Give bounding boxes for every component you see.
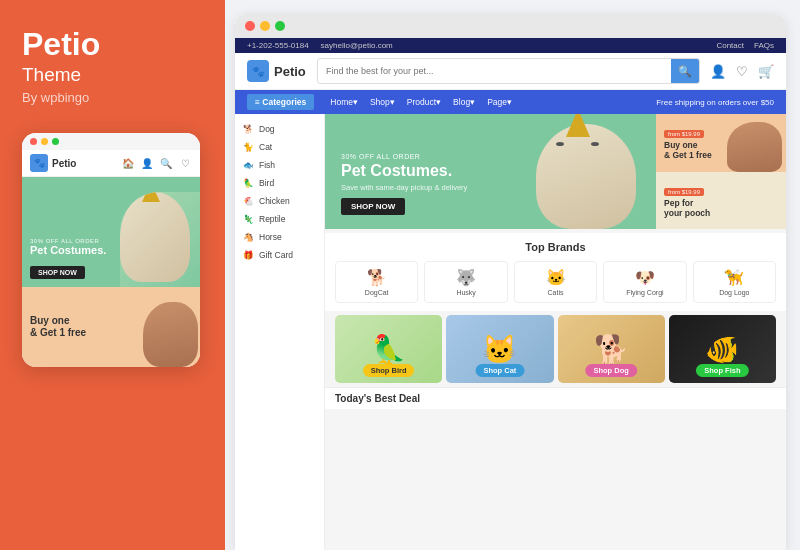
sidebar-label-gift: Gift Card — [259, 250, 293, 260]
mobile-dot-red — [30, 138, 37, 145]
sidebar-label-cat: Cat — [259, 142, 272, 152]
brand-by: By wpbingo — [22, 90, 203, 105]
hero-shop-button[interactable]: SHOP NOW — [341, 198, 405, 215]
mobile-user-icon[interactable]: 👤 — [140, 156, 154, 170]
shop-fish-button[interactable]: Shop Fish — [696, 364, 748, 377]
shop-tile-cat[interactable]: 🐱 Shop Cat — [446, 315, 553, 383]
nav-blog[interactable]: Blog▾ — [453, 97, 475, 107]
category-nav-bar: ≡ Categories Home▾ Shop▾ Product▾ Blog▾ … — [235, 90, 786, 114]
mobile-orange-text: Buy one & Get 1 free — [30, 315, 86, 339]
sidebar-item-dog[interactable]: 🐕 Dog — [235, 120, 324, 138]
mobile-dot-yellow — [41, 138, 48, 145]
brand-subtitle: Theme — [22, 64, 203, 86]
search-button[interactable]: 🔍 — [671, 59, 699, 83]
side-banner-bottom-title2: your pooch — [664, 208, 778, 218]
content-right: 30% OFF ALL ORDER Pet Costumes. Save wit… — [325, 114, 786, 550]
mobile-search-icon[interactable]: 🔍 — [159, 156, 173, 170]
nav-logo: 🐾 Petio — [247, 60, 307, 82]
sidebar-item-chicken[interactable]: 🐔 Chicken — [235, 192, 324, 210]
shop-tile-fish[interactable]: 🐠 Shop Fish — [669, 315, 776, 383]
brand-name: Petio — [22, 28, 203, 60]
nav-home[interactable]: Home▾ — [330, 97, 358, 107]
nav-user-icon[interactable]: 👤 — [710, 64, 726, 79]
side-banner-bottom-title1: Pep for — [664, 198, 778, 208]
sidebar-item-reptile[interactable]: 🦎 Reptile — [235, 210, 324, 228]
faqs-link[interactable]: FAQs — [754, 41, 774, 50]
brand-dog-logo[interactable]: 🦮 Dog Logo — [693, 261, 776, 303]
search-bar[interactable]: 🔍 — [317, 58, 700, 84]
phone-number: +1-202-555-0184 — [247, 41, 309, 50]
horse-icon: 🐴 — [243, 232, 254, 242]
main-nav-bar: 🐾 Petio 🔍 👤 ♡ 🛒 — [235, 53, 786, 90]
desktop-dot-green — [275, 21, 285, 31]
brand-catis-name: Catis — [548, 289, 564, 296]
sidebar-label-fish: Fish — [259, 160, 275, 170]
brand-catis-icon: 🐱 — [546, 268, 566, 287]
shop-tiles: 🦜 Shop Bird 🐱 Shop Cat 🐕 Shop Dog 🐠 Shop… — [325, 311, 786, 387]
nav-product[interactable]: Product▾ — [407, 97, 441, 107]
nav-cart-icon[interactable]: 🛒 — [758, 64, 774, 79]
mobile-logo: 🐾 Petio — [30, 154, 76, 172]
nav-shop[interactable]: Shop▾ — [370, 97, 395, 107]
brand-flying-corgi[interactable]: 🐶 Flying Corgi — [603, 261, 686, 303]
top-nav-left: +1-202-555-0184 sayhello@petio.com — [247, 41, 393, 50]
contact-link[interactable]: Contact — [716, 41, 744, 50]
shop-tile-dog[interactable]: 🐕 Shop Dog — [558, 315, 665, 383]
shop-dog-button[interactable]: Shop Dog — [585, 364, 636, 377]
desktop-title-bar — [235, 14, 786, 38]
sidebar-label-reptile: Reptile — [259, 214, 285, 224]
sidebar-label-horse: Horse — [259, 232, 282, 242]
reptile-icon: 🦎 — [243, 214, 254, 224]
mobile-dot-green — [52, 138, 59, 145]
brand-husky-name: Husky — [456, 289, 475, 296]
mobile-store-icon[interactable]: 🏠 — [121, 156, 135, 170]
nav-heart-icon[interactable]: ♡ — [736, 64, 748, 79]
mobile-banner-green: 30% OFF ALL ORDER Pet Costumes. SHOP NOW — [22, 177, 200, 287]
side-banner-bottom: from $19.99 Pep for your pooch — [656, 172, 786, 230]
sidebar-label-bird: Bird — [259, 178, 274, 188]
shop-tile-bird[interactable]: 🦜 Shop Bird — [335, 315, 442, 383]
sidebar-item-fish[interactable]: 🐟 Fish — [235, 156, 324, 174]
email-address: sayhello@petio.com — [321, 41, 393, 50]
sidebar-item-gift[interactable]: 🎁 Gift Card — [235, 246, 324, 264]
brand-catis[interactable]: 🐱 Catis — [514, 261, 597, 303]
mobile-heart-icon[interactable]: ♡ — [178, 156, 192, 170]
shop-cat-button[interactable]: Shop Cat — [475, 364, 524, 377]
sidebar-label-chicken: Chicken — [259, 196, 290, 206]
search-input[interactable] — [318, 66, 671, 76]
sidebar-item-bird[interactable]: 🦜 Bird — [235, 174, 324, 192]
side-banner-bottom-tag: from $19.99 — [664, 188, 704, 196]
brands-grid: 🐕 DogCat 🐺 Husky 🐱 Catis 🐶 — [335, 261, 776, 303]
gift-icon: 🎁 — [243, 250, 254, 260]
nav-items: Home▾ Shop▾ Product▾ Blog▾ Page▾ — [330, 97, 512, 107]
brand-husky[interactable]: 🐺 Husky — [424, 261, 507, 303]
shop-bird-button[interactable]: Shop Bird — [363, 364, 415, 377]
top-nav-right: Contact FAQs — [716, 41, 774, 50]
desktop-dot-red — [245, 21, 255, 31]
brand-flying-corgi-icon: 🐶 — [635, 268, 655, 287]
mobile-cat-image — [120, 192, 200, 287]
categories-button[interactable]: ≡ Categories — [247, 94, 314, 110]
mobile-banner-text: 30% OFF ALL ORDER Pet Costumes. SHOP NOW — [30, 238, 106, 279]
brand-dogcat-name: DogCat — [365, 289, 389, 296]
hero-main-banner: 30% OFF ALL ORDER Pet Costumes. Save wit… — [325, 114, 656, 229]
brand-dogcat[interactable]: 🐕 DogCat — [335, 261, 418, 303]
nav-logo-icon: 🐾 — [247, 60, 269, 82]
sidebar-item-horse[interactable]: 🐴 Horse — [235, 228, 324, 246]
top-nav-bar: +1-202-555-0184 sayhello@petio.com Conta… — [235, 38, 786, 53]
today-deal-text: Today's Best Deal — [335, 393, 420, 404]
cat-icon: 🐈 — [243, 142, 254, 152]
hero-area: 30% OFF ALL ORDER Pet Costumes. Save wit… — [325, 114, 786, 229]
mobile-title-bar — [22, 133, 200, 150]
mobile-dog-image — [128, 297, 198, 367]
nav-page[interactable]: Page▾ — [487, 97, 512, 107]
free-shipping-text: Free shipping on orders over $50 — [656, 98, 774, 107]
mobile-shop-now-button[interactable]: SHOP NOW — [30, 266, 85, 279]
brand-husky-icon: 🐺 — [456, 268, 476, 287]
sidebar-item-cat[interactable]: 🐈 Cat — [235, 138, 324, 156]
mobile-nav-icons: 🏠 👤 🔍 ♡ — [121, 156, 192, 170]
side-banner-top-tag: from $19.99 — [664, 130, 704, 138]
mobile-banner-heading: Pet Costumes. — [30, 244, 106, 256]
today-deal-bar: Today's Best Deal — [325, 387, 786, 409]
mobile-banner-orange: Buy one & Get 1 free — [22, 287, 200, 367]
